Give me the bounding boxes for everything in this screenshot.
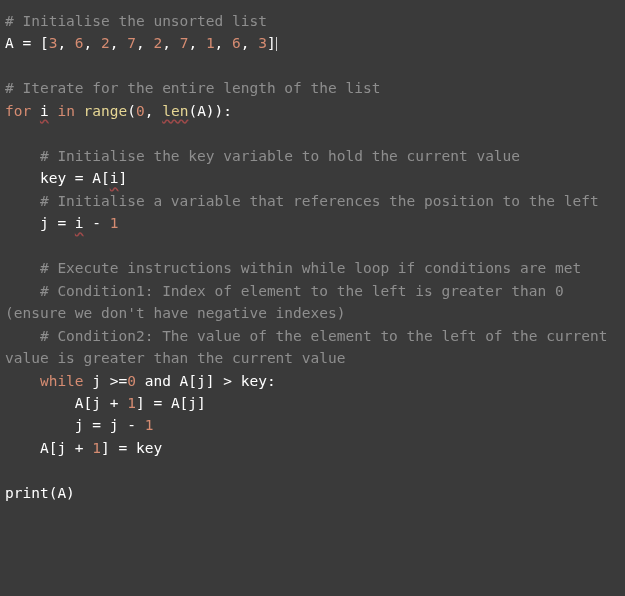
comment-line: # Initialise the key variable to hold th… [5, 148, 520, 164]
keyword-in: in [57, 103, 74, 119]
num-token: 2 [101, 35, 110, 51]
code-block: # Initialise the unsorted list A = [3, 6… [0, 0, 625, 514]
print-call: print(A) [5, 485, 75, 501]
fn-len: len [162, 103, 188, 119]
fn-range: range [84, 103, 128, 119]
code-token: and A[j] > key: [136, 373, 276, 389]
keyword-for: for [5, 103, 31, 119]
num-token: 7 [127, 35, 136, 51]
comma-sep: , [241, 35, 258, 51]
comma-sep: , [110, 35, 127, 51]
code-token: - [84, 215, 110, 231]
comment-line: # Condition1: Index of element to the le… [5, 283, 572, 321]
comma-sep: , [84, 35, 101, 51]
code-token: A[j + [5, 395, 127, 411]
num-token: 1 [92, 440, 101, 456]
code-token: = [ [14, 35, 49, 51]
code-token: ] = A[j] [136, 395, 206, 411]
comment-line: # Iterate for the entire length of the l… [5, 80, 380, 96]
list-literal: 3, 6, 2, 7, 2, 7, 1, 6, 3 [49, 35, 267, 51]
code-token: key = A[ [5, 170, 110, 186]
num-token: 0 [127, 373, 136, 389]
code-token: ( [127, 103, 136, 119]
num-token: 0 [136, 103, 145, 119]
num-token: 1 [127, 395, 136, 411]
comma-sep: , [215, 35, 232, 51]
num-token: 1 [110, 215, 119, 231]
comma-sep: , [57, 35, 74, 51]
var-i: i [75, 215, 84, 231]
num-token: 6 [232, 35, 241, 51]
code-token: j = j - [5, 417, 145, 433]
code-token: ] = key [101, 440, 162, 456]
num-token: 1 [206, 35, 215, 51]
code-token: (A)): [188, 103, 232, 119]
code-token: A[j + [5, 440, 92, 456]
var-i: i [110, 170, 119, 186]
comment-line: # Initialise a variable that references … [5, 193, 599, 209]
code-token: , [145, 103, 162, 119]
comment-line: # Execute instructions within while loop… [5, 260, 581, 276]
comment-line: # Condition2: The value of the element t… [5, 328, 616, 366]
comma-sep: , [136, 35, 153, 51]
keyword-while: while [5, 373, 84, 389]
comment-line: # Initialise the unsorted list [5, 13, 267, 29]
comma-sep: , [188, 35, 205, 51]
comma-sep: , [162, 35, 179, 51]
code-token: j >= [84, 373, 128, 389]
code-token: A [5, 35, 14, 51]
code-token: ] [267, 35, 276, 51]
code-token: ] [119, 170, 128, 186]
num-token: 3 [258, 35, 267, 51]
caret-icon [276, 37, 277, 52]
num-token: 6 [75, 35, 84, 51]
code-token: j = [5, 215, 75, 231]
var-i: i [40, 103, 49, 119]
num-token: 2 [153, 35, 162, 51]
num-token: 1 [145, 417, 154, 433]
